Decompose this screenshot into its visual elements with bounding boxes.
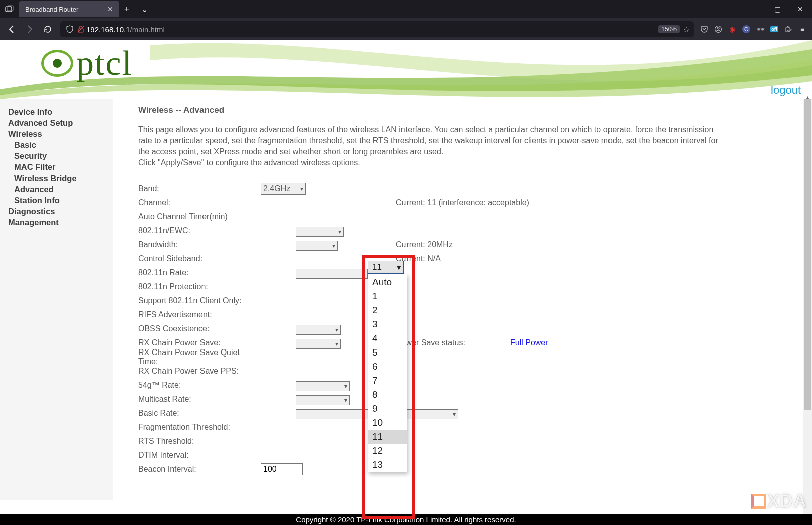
xda-watermark: XDA <box>751 491 807 512</box>
channel-option[interactable]: 9 <box>368 402 407 416</box>
scrollbar-thumb[interactable] <box>804 99 811 410</box>
select-rxps[interactable]: ▾ <box>296 339 341 349</box>
svg-line-3 <box>78 26 84 32</box>
channel-option[interactable]: Auto <box>368 274 407 289</box>
channel-option[interactable]: 12 <box>368 444 407 458</box>
channel-option[interactable]: 13 <box>368 458 407 472</box>
channel-option[interactable]: 4 <box>368 331 407 345</box>
content-area: Device Info Advanced Setup Wireless Basi… <box>0 99 812 500</box>
channel-option[interactable]: 8 <box>368 388 407 402</box>
channel-option[interactable]: 3 <box>368 317 407 331</box>
page-intro-line1: This page allows you to configure advanc… <box>138 125 718 156</box>
sidebar-item-basic[interactable]: Basic <box>14 139 105 150</box>
channel-option[interactable]: 2 <box>368 303 407 317</box>
select-channel[interactable]: 11 ▾ <box>368 261 404 274</box>
url-text: 192.168.10.1/main.html <box>86 25 658 34</box>
sidebar-item-station-info[interactable]: Station Info <box>14 195 105 206</box>
sidebar-item-advanced[interactable]: Advanced <box>14 184 105 195</box>
sidebar-item-advanced-setup[interactable]: Advanced Setup <box>8 117 105 128</box>
app-menu-icon[interactable]: ≡ <box>796 23 809 36</box>
new-tab-button[interactable]: + <box>119 4 134 15</box>
channel-select-wrap: 11 ▾ Auto 1 2 3 4 5 6 7 8 9 10 11 12 13 <box>368 261 407 472</box>
select-mcast[interactable]: ▾ <box>296 395 350 405</box>
svg-point-5 <box>717 27 719 29</box>
select-nrate[interactable]: ▾ <box>296 269 368 279</box>
label-nrate: 802.11n Rate: <box>138 268 261 277</box>
pocket-icon[interactable] <box>698 23 711 36</box>
extensions-icon[interactable] <box>782 23 795 36</box>
label-autotimer: Auto Channel Timer(min) <box>138 212 261 221</box>
page-title: Wireless -- Advanced <box>138 105 787 115</box>
window-close-button[interactable]: ✕ <box>789 5 812 13</box>
insecure-lock-icon[interactable] <box>75 25 86 33</box>
sidebar-item-wireless-bridge[interactable]: Wireless Bridge <box>14 172 105 184</box>
browser-chrome: Broadband Router ✕ + ⌄ — ▢ ✕ 1 <box>0 0 812 40</box>
tabs-overflow-icon[interactable]: ⌄ <box>134 5 154 14</box>
tab-title: Broadband Router <box>25 6 105 13</box>
label-nprot: 802.11n Protection: <box>138 282 261 291</box>
label-rxpps: RX Chain Power Save PPS: <box>138 367 261 376</box>
sidebar-item-wireless[interactable]: Wireless <box>8 128 105 139</box>
label-frag: Fragmentation Threshold: <box>138 423 261 432</box>
brand-logo: ptcl <box>41 43 133 83</box>
address-bar: 192.168.10.1/main.html 150% ☆ ◉ C 👓 off … <box>0 18 812 40</box>
channel-option[interactable]: 1 <box>368 289 407 303</box>
select-54g[interactable]: ▾ <box>296 381 350 391</box>
main-panel: Wireless -- Advanced This page allows yo… <box>113 99 812 500</box>
window-maximize-button[interactable]: ▢ <box>766 5 789 13</box>
window-minimize-button[interactable]: — <box>743 5 766 13</box>
label-channel: Channel: <box>138 198 261 207</box>
logo-eye-icon <box>41 50 73 77</box>
select-obss[interactable]: ▾ <box>296 325 341 335</box>
extension-ccleaner-icon[interactable]: C <box>740 23 753 36</box>
xda-logo-icon <box>751 494 766 509</box>
zoom-indicator[interactable]: 150% <box>658 25 680 33</box>
logout-link[interactable]: logout <box>771 84 801 97</box>
channel-option[interactable]: 10 <box>368 416 407 430</box>
nav-back-button[interactable] <box>3 21 20 38</box>
extension-red-icon[interactable]: ◉ <box>726 23 739 36</box>
channel-option[interactable]: 7 <box>368 374 407 388</box>
tab-close-icon[interactable]: ✕ <box>105 5 115 13</box>
label-bandwidth: Bandwidth: <box>138 240 261 249</box>
page-header: ptcl logout <box>0 40 812 99</box>
scroll-up-icon[interactable]: ▴ <box>803 94 812 99</box>
extension-glasses-icon[interactable]: 👓 <box>754 23 767 36</box>
channel-dropdown[interactable]: Auto 1 2 3 4 5 6 7 8 9 10 11 12 13 <box>368 274 407 472</box>
channel-option[interactable]: 6 <box>368 360 407 374</box>
channel-option-selected[interactable]: 11 <box>368 430 407 444</box>
extension-vpn-icon[interactable]: off <box>768 23 781 36</box>
select-bandwidth[interactable]: ▾ <box>296 241 338 251</box>
sidebar-item-device-info[interactable]: Device Info <box>8 106 105 117</box>
label-beacon: Beacon Interval: <box>138 465 261 474</box>
tab-history-icon[interactable] <box>0 0 18 18</box>
label-rxps: RX Chain Power Save: <box>138 338 261 347</box>
label-mcast: Multicast Rate: <box>138 395 261 404</box>
url-box[interactable]: 192.168.10.1/main.html 150% ☆ <box>60 21 694 37</box>
account-icon[interactable] <box>712 23 725 36</box>
select-ewc[interactable]: ▾ <box>296 227 344 237</box>
settings-form: Band: 2.4GHz▾ Channel: Current: 11 (inte… <box>138 182 787 476</box>
label-sideband: Control Sideband: <box>138 254 261 263</box>
sidebar-item-security[interactable]: Security <box>14 150 105 161</box>
channel-option[interactable]: 5 <box>368 345 407 360</box>
page-intro: This page allows you to configure advanc… <box>138 124 720 168</box>
tracking-shield-icon[interactable] <box>64 25 75 33</box>
label-rxqt: RX Chain Power Save Quiet Time: <box>138 348 261 366</box>
nav-reload-button[interactable] <box>39 21 56 38</box>
chevron-down-icon: ▾ <box>397 262 401 273</box>
vertical-scrollbar[interactable]: ▴ <box>803 99 812 525</box>
sidebar-item-mac-filter[interactable]: MAC Filter <box>14 161 105 172</box>
power-save-label: Power Save status: <box>396 338 510 347</box>
xda-text: XDA <box>767 491 807 512</box>
input-beacon[interactable] <box>261 463 303 475</box>
nav-forward-button[interactable] <box>21 21 38 38</box>
label-rts: RTS Threshold: <box>138 437 261 446</box>
sidebar-item-diagnostics[interactable]: Diagnostics <box>8 206 105 217</box>
bookmark-star-icon[interactable]: ☆ <box>683 25 690 34</box>
select-band[interactable]: 2.4GHz▾ <box>261 183 306 195</box>
bandwidth-current: Current: 20MHz <box>396 240 453 249</box>
sidebar-item-management[interactable]: Management <box>8 217 105 228</box>
label-rifs: RIFS Advertisement: <box>138 310 261 319</box>
browser-tab[interactable]: Broadband Router ✕ <box>19 1 119 17</box>
